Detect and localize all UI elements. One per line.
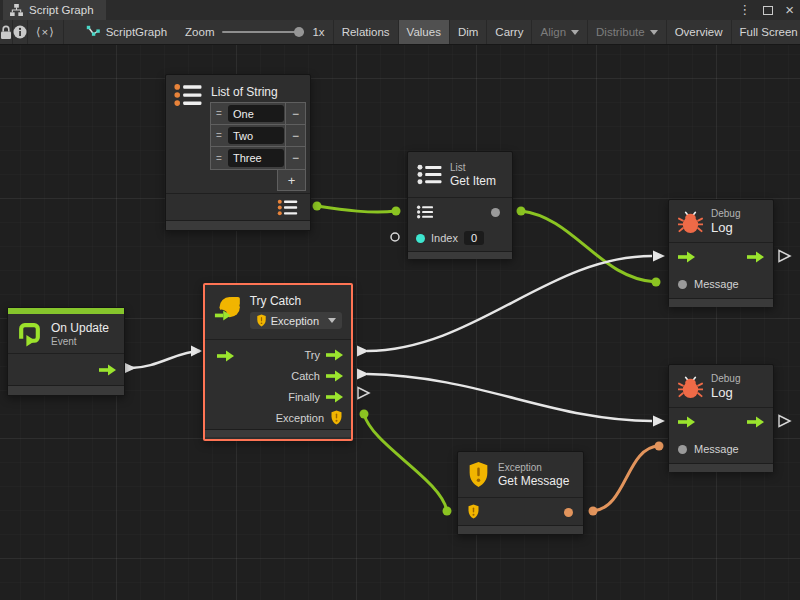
node-footer-strip bbox=[8, 385, 124, 395]
zoom-value: 1x bbox=[312, 26, 324, 38]
flow-in-marker-log2 bbox=[653, 416, 665, 427]
lock-button[interactable] bbox=[0, 20, 13, 44]
remove-item-button[interactable]: − bbox=[285, 147, 305, 169]
node-title: Try Catch bbox=[250, 294, 342, 308]
string-list-editor: = One − = Two − = Three − bbox=[210, 102, 306, 191]
node-debug-log-bottom[interactable]: Debug Log Message bbox=[668, 364, 774, 472]
flow-in-marker-trycatch bbox=[191, 346, 202, 357]
message-port[interactable] bbox=[678, 445, 687, 454]
message-port[interactable] bbox=[678, 280, 687, 289]
index-port[interactable] bbox=[416, 234, 425, 243]
wire-endpoint bbox=[517, 207, 526, 216]
value-out-port[interactable] bbox=[491, 208, 500, 217]
flow-out-port[interactable] bbox=[326, 391, 343, 403]
info-button[interactable] bbox=[13, 20, 28, 44]
distribute-dropdown[interactable]: Distribute bbox=[588, 20, 667, 44]
wire-endpoint bbox=[392, 207, 401, 216]
lock-icon bbox=[0, 25, 12, 40]
relations-button[interactable]: Relations bbox=[333, 20, 399, 44]
tab-script-graph[interactable]: Script Graph bbox=[3, 0, 106, 20]
get-item-list-port-row bbox=[408, 197, 512, 225]
node-get-message[interactable]: Exception Get Message bbox=[457, 451, 584, 535]
flow-in-port[interactable] bbox=[678, 251, 695, 263]
code-view-button[interactable]: ⟨×⟩ bbox=[28, 20, 64, 44]
flow-out-port[interactable] bbox=[99, 364, 116, 376]
code-icon: ⟨×⟩ bbox=[36, 25, 55, 39]
node-category: Debug bbox=[711, 208, 740, 219]
flow-port-log2-out-unconnected[interactable] bbox=[779, 416, 790, 427]
list-port-icon[interactable] bbox=[416, 205, 434, 219]
update-loop-icon bbox=[16, 320, 43, 347]
remove-item-button[interactable]: − bbox=[285, 103, 305, 124]
get-item-index-row: Index 0 bbox=[408, 225, 512, 251]
list-item-input[interactable]: Two bbox=[228, 127, 284, 144]
list-add-row: + bbox=[210, 170, 306, 191]
index-value-input[interactable]: 0 bbox=[464, 231, 484, 245]
node-on-update[interactable]: On Update Event bbox=[7, 307, 125, 396]
carry-button[interactable]: Carry bbox=[487, 20, 532, 44]
list-item-input[interactable]: Three bbox=[228, 149, 284, 167]
remove-item-button[interactable]: − bbox=[285, 125, 305, 146]
maximize-icon[interactable] bbox=[763, 6, 773, 15]
message-out-port[interactable] bbox=[564, 508, 573, 517]
exception-in-port-icon[interactable] bbox=[467, 504, 480, 519]
overview-button[interactable]: Overview bbox=[667, 20, 732, 44]
try-catch-body: Try Catch Finally Exception bbox=[205, 339, 351, 429]
wire-getitem-to-log-message[interactable] bbox=[521, 211, 656, 282]
info-icon bbox=[13, 25, 27, 39]
shield-exclamation-icon bbox=[467, 461, 490, 488]
flow-out-marker-catch bbox=[357, 369, 369, 380]
node-footer-strip bbox=[669, 463, 773, 472]
node-debug-log-top[interactable]: Debug Log Message bbox=[668, 199, 774, 307]
flow-out-port[interactable] bbox=[326, 370, 343, 382]
wire-exception-to-getmessage[interactable] bbox=[364, 414, 447, 511]
try-catch-icon bbox=[214, 294, 242, 324]
index-label: Index bbox=[431, 232, 458, 244]
list-item-input[interactable]: One bbox=[228, 105, 284, 122]
flow-out-port[interactable] bbox=[747, 251, 764, 263]
exception-value-port-icon[interactable] bbox=[330, 410, 343, 425]
zoom-slider-handle[interactable] bbox=[294, 27, 304, 37]
try-catch-header: Try Catch Exception bbox=[205, 285, 351, 339]
window-controls: ⋮ × bbox=[738, 0, 794, 20]
zoom-label: Zoom bbox=[185, 26, 214, 38]
drag-handle-icon[interactable]: = bbox=[211, 125, 227, 146]
node-list-of-string[interactable]: List of String = One − = Two − bbox=[165, 74, 311, 231]
flow-port-log1-out-unconnected[interactable] bbox=[779, 251, 790, 262]
exception-type-dropdown[interactable]: Exception bbox=[250, 312, 342, 329]
kebab-menu-icon[interactable]: ⋮ bbox=[738, 0, 751, 20]
on-update-body bbox=[8, 353, 124, 385]
values-button[interactable]: Values bbox=[399, 20, 450, 44]
graph-hierarchy-icon bbox=[10, 4, 23, 16]
value-port-index-unconnected[interactable] bbox=[391, 233, 399, 241]
close-icon[interactable]: × bbox=[785, 0, 794, 20]
message-label: Message bbox=[694, 278, 739, 290]
node-try-catch[interactable]: Try Catch Exception Try Catch bbox=[203, 283, 353, 441]
node-footer-strip bbox=[458, 525, 583, 534]
graph-name-display[interactable]: ScriptGraph bbox=[76, 20, 177, 44]
wire-try-to-log1[interactable] bbox=[367, 256, 652, 351]
wire-getmessage-to-log-message[interactable] bbox=[593, 446, 659, 511]
wire-list-to-getitem[interactable] bbox=[317, 206, 396, 212]
graph-canvas[interactable]: List of String = One − = Two − bbox=[0, 45, 800, 600]
node-get-item[interactable]: List Get Item Index 0 bbox=[407, 151, 513, 259]
on-update-header: On Update Event bbox=[8, 314, 124, 353]
add-item-button[interactable]: + bbox=[277, 170, 306, 191]
drag-handle-icon[interactable]: = bbox=[211, 103, 227, 124]
zoom-slider[interactable] bbox=[222, 31, 304, 33]
chevron-down-icon bbox=[328, 318, 336, 323]
flow-out-port[interactable] bbox=[747, 416, 764, 428]
dim-button[interactable]: Dim bbox=[450, 20, 487, 44]
drag-handle-icon[interactable]: = bbox=[211, 147, 227, 169]
flow-in-port[interactable] bbox=[678, 416, 695, 428]
flow-out-port[interactable] bbox=[326, 349, 343, 361]
wire-onupdate-to-trycatch[interactable] bbox=[131, 351, 200, 368]
wire-catch-to-log2[interactable] bbox=[367, 374, 652, 421]
node-footer-strip bbox=[408, 251, 512, 259]
list-output-port-icon[interactable] bbox=[277, 199, 298, 216]
flow-port-finally-unconnected[interactable] bbox=[358, 388, 369, 399]
debug-log-header: Debug Log bbox=[669, 200, 773, 242]
full-screen-button[interactable]: Full Screen bbox=[732, 20, 800, 44]
flow-in-port[interactable] bbox=[217, 350, 234, 362]
align-dropdown[interactable]: Align bbox=[532, 20, 588, 44]
